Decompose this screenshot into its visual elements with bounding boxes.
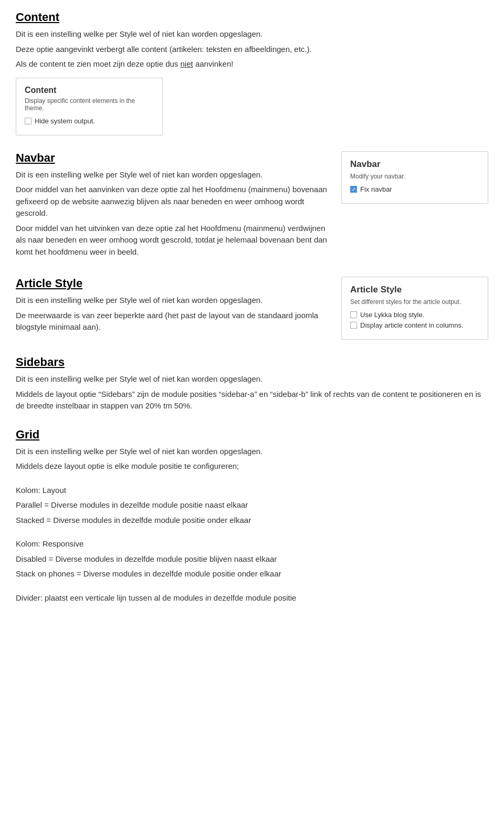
- grid-kolom-responsive-header: Kolom: Responsive: [16, 538, 488, 550]
- content-para-1: Dit is een instelling welke per Style we…: [16, 28, 488, 40]
- content-para-2: Deze optie aangevinkt verbergt alle cont…: [16, 44, 488, 56]
- navbar-fix-checkbox-row[interactable]: ✓ Fix navbar: [350, 185, 479, 193]
- navbar-title: Navbar: [16, 151, 331, 165]
- navbar-preview-title: Navbar: [350, 159, 479, 170]
- sidebars-section: Sidebars Dit is een instelling welke per…: [16, 355, 488, 412]
- content-checkbox-row[interactable]: Hide system output.: [25, 117, 154, 125]
- article-style-columns-checkbox[interactable]: [350, 322, 357, 329]
- grid-para-2: Middels deze layout optie is elke module…: [16, 460, 488, 473]
- content-para-3: Als de content te zien moet zijn deze op…: [16, 58, 488, 70]
- content-para-2-text: Deze optie aangevinkt verbergt alle cont…: [16, 45, 312, 54]
- article-style-columns-checkbox-row[interactable]: Display article content in columns.: [350, 321, 479, 329]
- content-title: Content: [16, 11, 488, 24]
- content-hide-system-label: Hide system output.: [35, 117, 95, 125]
- sidebars-para-2: Middels de layout optie “Sidebars” zijn …: [16, 389, 488, 412]
- article-style-lykka-label: Use Lykka blog style.: [360, 311, 424, 319]
- navbar-fix-checkbox[interactable]: ✓: [350, 186, 357, 193]
- grid-divider-line: Divider: plaatst een verticale lijn tuss…: [16, 592, 488, 604]
- grid-stack-phones-line: Stack on phones = Diverse modules in dez…: [16, 568, 488, 580]
- article-style-para-2: De meerwaarde is van zeer beperkte aard …: [16, 310, 331, 333]
- grid-stacked-line: Stacked = Diverse modules in dezelfde mo…: [16, 515, 488, 527]
- navbar-fix-label: Fix navbar: [360, 185, 392, 193]
- article-style-lykka-checkbox[interactable]: [350, 311, 357, 318]
- article-style-section: Article Style Dit is een instelling welk…: [16, 277, 488, 340]
- article-style-preview-subtitle: Set different styles for the article out…: [350, 298, 479, 306]
- navbar-text: Navbar Dit is een instelling welke per S…: [16, 151, 331, 261]
- content-preview-subtitle: Display specific content elements in the…: [25, 97, 154, 112]
- article-style-lykka-checkbox-row[interactable]: Use Lykka blog style.: [350, 311, 479, 319]
- grid-para-1: Dit is een instelling welke per Style we…: [16, 446, 488, 458]
- content-not-word: niet: [181, 59, 193, 68]
- article-style-text: Article Style Dit is een instelling welk…: [16, 277, 331, 340]
- grid-disabled-line: Disabled = Diverse modules in dezelfde m…: [16, 553, 488, 565]
- navbar-para-1: Dit is een instelling welke per Style we…: [16, 169, 331, 181]
- navbar-preview-subtitle: Modify your navbar.: [350, 173, 479, 180]
- grid-section: Grid Dit is een instelling welke per Sty…: [16, 428, 488, 604]
- grid-kolom-layout-header: Kolom: Layout: [16, 485, 488, 497]
- navbar-preview-box: Navbar Modify your navbar. ✓ Fix navbar: [341, 151, 488, 204]
- article-style-para-1: Dit is een instelling welke per Style we…: [16, 295, 331, 307]
- content-hide-system-checkbox[interactable]: [25, 118, 32, 124]
- navbar-para-3: Door middel van het uitvinken van deze o…: [16, 223, 331, 258]
- sidebars-para-1: Dit is een instelling welke per Style we…: [16, 373, 488, 385]
- article-style-preview-title: Article Style: [350, 285, 479, 295]
- article-style-preview-box: Article Style Set different styles for t…: [341, 277, 488, 340]
- article-style-columns-label: Display article content in columns.: [360, 321, 464, 329]
- navbar-para-2: Door middel van het aanvinken van deze o…: [16, 184, 331, 219]
- navbar-section: Navbar Dit is een instelling welke per S…: [16, 151, 488, 261]
- content-section: Content Dit is een instelling welke per …: [16, 11, 488, 135]
- grid-parallel-line: Parallel = Diverse modules in dezelfde m…: [16, 499, 488, 511]
- article-style-title: Article Style: [16, 277, 331, 290]
- content-preview-box: Content Display specific content element…: [16, 78, 163, 135]
- sidebars-title: Sidebars: [16, 355, 488, 369]
- grid-title: Grid: [16, 428, 488, 442]
- content-preview-title: Content: [25, 86, 154, 95]
